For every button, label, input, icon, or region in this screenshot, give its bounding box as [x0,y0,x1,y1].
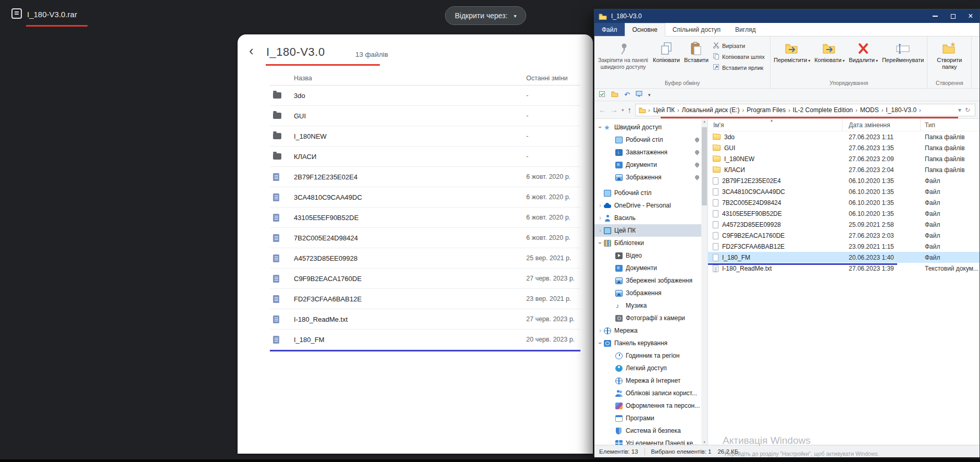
file-row[interactable]: 2B79F12E235E02E4 06.10.2020 1:35 Файл [708,175,979,186]
breadcrumb-chevron-icon[interactable] [917,107,923,113]
breadcrumb-segment[interactable]: Program Files [746,106,787,114]
breadcrumb-segment[interactable]: Локальний диск (E:) [681,106,741,114]
ribbon-tab[interactable]: Вигляд [728,23,763,36]
archive-file-row[interactable]: 3do - [270,86,580,106]
column-header-type[interactable]: Тип [921,119,979,131]
window-titlebar[interactable]: I_180-V3.0 [594,9,979,23]
scrollbar-thumb[interactable] [702,127,707,205]
file-row[interactable]: 3CA4810C9CAA49DC 06.10.2020 1:35 Файл [708,186,979,197]
nav-item[interactable]: Документи [594,159,708,171]
archive-file-row[interactable]: 3CA4810C9CAA49DC 6 жовт. 2020 р. [270,187,580,208]
file-row[interactable]: FD2F3CFAA6BAB12E 23.09.2021 1:15 Файл [708,241,979,252]
qat-customize-arrow-icon[interactable] [648,92,651,98]
breadcrumb-chevron-icon[interactable] [676,107,681,113]
address-bar[interactable]: Цей ПК Локальний диск (E:) Program Files… [635,104,975,116]
tree-expand-arrow-icon[interactable] [597,227,604,234]
forward-button[interactable] [610,105,618,114]
move-to-button[interactable]: Перемістити [772,38,812,65]
column-header-name[interactable]: Назва [294,75,312,82]
rename-button[interactable]: Перейменувати [880,38,926,64]
recent-locations-arrow-icon[interactable] [622,107,624,113]
scrollbar-down-arrow-icon[interactable] [701,440,708,444]
archive-file-row[interactable]: A45723D85EE09928 25 вер. 2021 р. [270,248,580,269]
file-row[interactable]: GUI 27.06.2023 1:35 Папка файлів [708,142,979,153]
breadcrumb-segment[interactable]: Цей ПК [652,106,676,114]
nav-item[interactable]: Програми [594,412,708,424]
breadcrumb-segment[interactable]: MODS [859,106,880,114]
back-icon[interactable] [249,44,254,57]
scrollbar-up-arrow-icon[interactable] [701,119,708,124]
cut-button[interactable]: Виріз­ати [711,40,769,51]
archive-file-row[interactable]: I-180_ReadMe.txt 27 черв. 2023 р. [270,309,580,330]
breadcrumb-chevron-icon[interactable] [647,107,652,113]
nav-item[interactable]: Мережа й Інтернет [594,374,708,387]
back-button[interactable] [599,105,606,114]
nav-item[interactable]: OneDrive - Personal [594,199,708,212]
nav-item[interactable]: Панель керування [594,337,708,349]
nav-item[interactable]: Фотографії з камери [594,312,708,324]
minimize-button[interactable] [926,9,944,23]
nav-item[interactable]: Облікові записи корист... [594,387,708,399]
open-with-button[interactable]: Відкрити через: [445,6,526,25]
address-dropdown-icon[interactable] [957,106,963,114]
nav-item[interactable]: Відео [594,249,708,262]
archive-file-row[interactable]: I_180NEW - [270,126,580,147]
tree-expand-arrow-icon[interactable] [597,214,604,222]
breadcrumb-chevron-icon[interactable] [741,107,746,113]
tree-expand-arrow-icon[interactable] [597,239,604,247]
nav-item[interactable]: Оформлення та персон... [594,399,708,412]
archive-file-row[interactable]: I_180_FM 20 черв. 2023 р. [270,330,580,350]
maximize-button[interactable] [944,9,962,23]
file-row[interactable]: A45723D85EE09928 25.09.2021 2:58 Файл [708,219,979,230]
nav-item[interactable]: Завантаження [594,146,708,159]
nav-item[interactable]: Зображення [594,287,708,299]
nav-item[interactable]: Робочий стіл [594,133,708,146]
column-header-modified[interactable]: Останні зміни [526,75,568,82]
breadcrumb-segment[interactable]: IL-2 Complete Edition [792,106,854,114]
ribbon-tab[interactable]: Спільний доступ [665,23,728,36]
archive-file-row[interactable]: C9F9B2EACA1760DE 27 черв. 2023 р. [270,269,580,289]
nav-item[interactable]: Василь [594,212,708,224]
nav-item[interactable]: Цей ПК [594,224,708,237]
nav-item[interactable]: Музика [594,299,708,312]
nav-item[interactable]: Усі елементи Панелі ке... [594,437,708,445]
file-row[interactable]: I_180NEW 27.06.2023 2:09 Папка файлів [708,153,979,164]
nav-item[interactable]: Легкий доступ [594,362,708,374]
breadcrumb-chevron-icon[interactable] [854,107,859,113]
file-row[interactable]: 3do 27.06.2023 1:11 Папка файлів [708,131,979,142]
breadcrumb-chevron-icon[interactable] [880,107,885,113]
archive-file-row[interactable]: 43105E5EF90B52DE 6 жовт. 2020 р. [270,208,580,228]
tree-expand-arrow-icon[interactable] [597,339,604,347]
qat-view-icon[interactable] [636,91,642,99]
ribbon-tab[interactable]: Основне [625,23,665,37]
nav-item[interactable]: Мережа [594,324,708,337]
column-header-date[interactable]: Дата змінення [842,119,921,131]
file-row[interactable]: КЛАСИ 27.06.2023 2:04 Папка файлів [708,164,979,175]
copy-to-button[interactable]: Копіювати [812,38,847,65]
tree-expand-arrow-icon[interactable] [597,202,604,209]
file-row[interactable]: C9F9B2EACA1760DE 27.06.2023 2:03 Файл [708,230,979,241]
qat-new-folder-icon[interactable] [611,91,618,99]
ribbon-tab[interactable]: Файл [594,23,625,36]
delete-button[interactable]: Видалити [847,38,880,65]
tree-expand-arrow-icon[interactable] [597,327,604,334]
file-row[interactable]: 43105E5EF90B52DE 06.10.2020 1:35 Файл [708,208,979,219]
paste-button[interactable]: Вставити [682,38,711,64]
breadcrumb-chevron-icon[interactable] [787,107,792,113]
archive-file-row[interactable]: 7B2C005E24D98424 6 жовт. 2020 р. [270,228,580,248]
file-row[interactable]: I-180_ReadMe.txt 27.06.2023 1:39 Текстов… [708,263,979,274]
qat-properties-icon[interactable] [599,91,605,99]
file-row[interactable]: 7B2C005E24D98424 06.10.2020 1:35 Файл [708,197,979,208]
file-row[interactable]: I_180_FM 20.06.2023 1:40 Файл [708,252,979,263]
archive-file-row[interactable]: FD2F3CFAA6BAB12E 23 вер. 2021 р. [270,289,580,309]
nav-item[interactable]: Збережені зображення [594,274,708,287]
copy-button[interactable]: Копіювати [651,38,682,64]
nav-item[interactable]: Зображення [594,171,708,184]
column-header-name[interactable]: Ім'я [708,119,842,131]
archive-file-row[interactable]: 2B79F12E235E02E4 6 жовт. 2020 р. [270,167,580,187]
nav-scrollbar[interactable] [701,119,708,445]
archive-file-row[interactable]: GUI - [270,106,580,126]
nav-item[interactable]: Документи [594,262,708,274]
refresh-icon[interactable] [963,106,972,114]
nav-item[interactable]: Робочий стіл [594,187,708,199]
